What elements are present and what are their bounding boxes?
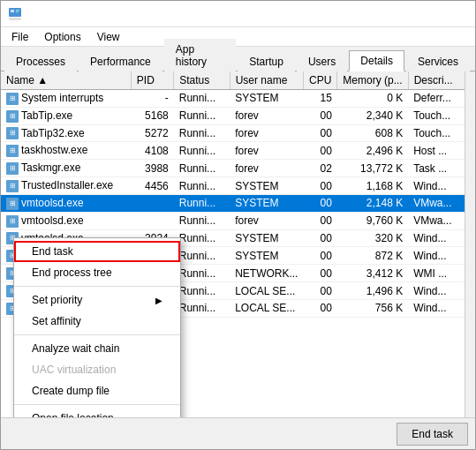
title-bar	[1, 1, 475, 27]
cell-pid	[131, 212, 173, 229]
maximize-button[interactable]	[420, 5, 443, 23]
cell-pid: 3988	[131, 160, 173, 177]
cell-name: ⊞TabTip32.exe	[1, 124, 131, 142]
cell-memory: 608 K	[337, 124, 408, 142]
col-header-username[interactable]: User name	[230, 71, 303, 90]
cell-desc: Touch...	[408, 107, 465, 124]
menu-bar: File Options View	[1, 27, 475, 47]
cell-cpu: 00	[303, 229, 336, 247]
cell-username: forev	[230, 212, 303, 229]
window-controls	[396, 5, 468, 23]
cell-cpu: 00	[303, 212, 336, 229]
cell-desc: Host ...	[408, 142, 465, 160]
cell-cpu: 15	[303, 90, 336, 108]
app-icon	[8, 7, 22, 21]
table-row[interactable]: ⊞vmtoolsd.exeRunni...forev009,760 KVMwa.…	[1, 212, 465, 229]
menu-view[interactable]: View	[90, 29, 127, 45]
cell-cpu: 02	[303, 160, 336, 177]
cell-status: Runni...	[174, 142, 230, 160]
task-manager-window: File Options View Processes Performance …	[0, 0, 476, 450]
cell-cpu: 00	[303, 265, 336, 282]
cell-cpu: 00	[303, 177, 336, 195]
cell-desc: Wind...	[408, 247, 465, 265]
cell-desc: VMwa...	[408, 212, 465, 229]
tab-startup[interactable]: Startup	[238, 51, 295, 71]
cell-username: forev	[230, 124, 303, 142]
close-button[interactable]	[445, 5, 468, 23]
tab-users[interactable]: Users	[297, 51, 347, 71]
table-row[interactable]: ⊞TrustedInstaller.exe4456Runni...SYSTEM0…	[1, 177, 465, 195]
cell-memory: 2,340 K	[337, 107, 408, 124]
cell-status: Runni...	[174, 229, 230, 247]
svg-rect-4	[9, 18, 21, 20]
cell-pid: 4108	[131, 142, 173, 160]
tab-app-history[interactable]: App history	[164, 39, 237, 71]
cell-status: Runni...	[174, 282, 230, 300]
ctx-set-affinity[interactable]: Set affinity	[14, 311, 180, 332]
col-header-pid[interactable]: PID	[131, 71, 173, 90]
cell-status: Runni...	[174, 299, 230, 317]
menu-options[interactable]: Options	[37, 29, 87, 45]
ctx-open-file-location[interactable]: Open file location	[14, 408, 180, 417]
col-header-status[interactable]: Status	[174, 71, 230, 90]
ctx-end-task[interactable]: End task	[14, 241, 180, 262]
ctx-set-priority[interactable]: Set priority ▶	[14, 289, 180, 311]
svg-rect-3	[16, 11, 19, 12]
tab-services[interactable]: Services	[406, 51, 470, 71]
cell-username: forev	[230, 107, 303, 124]
cell-username: SYSTEM	[230, 247, 303, 265]
col-header-desc[interactable]: Descri...	[408, 71, 465, 90]
end-task-button[interactable]: End task	[397, 423, 468, 446]
ctx-create-dump-file[interactable]: Create dump file	[14, 380, 180, 401]
scrollbar[interactable]	[465, 71, 475, 417]
ctx-sep-3	[14, 404, 180, 405]
tab-bar: Processes Performance App history Startu…	[1, 47, 475, 71]
submenu-arrow-icon: ▶	[155, 296, 162, 305]
col-header-memory[interactable]: Memory (p...	[337, 71, 408, 90]
table-row[interactable]: ⊞Taskmgr.exe3988Runni...forev0213,772 KT…	[1, 160, 465, 177]
cell-username: forev	[230, 142, 303, 160]
table-row[interactable]: ⊞TabTip32.exe5272Runni...forev00608 KTou…	[1, 124, 465, 142]
cell-username: SYSTEM	[230, 229, 303, 247]
cell-memory: 0 K	[337, 90, 408, 108]
cell-desc: Deferr...	[408, 90, 465, 108]
ctx-analyze-wait-chain[interactable]: Analyze wait chain	[14, 338, 180, 359]
cell-cpu: 00	[303, 142, 336, 160]
cell-desc: WMI ...	[408, 265, 465, 282]
table-row[interactable]: ⊞vmtoolsd.exeRunni...SYSTEM002,148 KVMwa…	[1, 194, 465, 212]
cell-desc: Task ...	[408, 160, 465, 177]
minimize-button[interactable]	[396, 5, 419, 23]
tab-processes[interactable]: Processes	[4, 51, 77, 71]
tab-details[interactable]: Details	[349, 50, 404, 71]
ctx-end-process-tree[interactable]: End process tree	[14, 262, 180, 283]
ctx-sep-2	[14, 334, 180, 335]
cell-name: ⊞TrustedInstaller.exe	[1, 177, 131, 195]
cell-username: SYSTEM	[230, 194, 303, 212]
cell-cpu: 00	[303, 107, 336, 124]
cell-cpu: 00	[303, 194, 336, 212]
cell-memory: 2,148 K	[337, 194, 408, 212]
cell-memory: 13,772 K	[337, 160, 408, 177]
ctx-uac-virtualization: UAC virtualization	[14, 359, 180, 380]
cell-desc: Wind...	[408, 229, 465, 247]
cell-username: SYSTEM	[230, 90, 303, 108]
cell-status: Runni...	[174, 194, 230, 212]
cell-name: ⊞vmtoolsd.exe	[1, 194, 131, 212]
cell-memory: 2,496 K	[337, 142, 408, 160]
bottom-bar: End task	[1, 417, 475, 449]
table-row[interactable]: ⊞System interrupts-Runni...SYSTEM150 KDe…	[1, 90, 465, 108]
table-row[interactable]: ⊞TabTip.exe5168Runni...forev002,340 KTou…	[1, 107, 465, 124]
cell-memory: 9,760 K	[337, 212, 408, 229]
cell-status: Runni...	[174, 212, 230, 229]
menu-file[interactable]: File	[4, 29, 35, 45]
cell-pid: -	[131, 90, 173, 108]
cell-username: NETWORK...	[230, 265, 303, 282]
cell-status: Runni...	[174, 247, 230, 265]
tab-performance[interactable]: Performance	[79, 51, 162, 71]
table-row[interactable]: ⊞taskhostw.exe4108Runni...forev002,496 K…	[1, 142, 465, 160]
cell-pid	[131, 194, 173, 212]
ctx-sep-1	[14, 286, 180, 287]
col-header-name[interactable]: Name ▲	[1, 71, 131, 90]
cell-cpu: 00	[303, 282, 336, 300]
col-header-cpu[interactable]: CPU	[303, 71, 336, 90]
